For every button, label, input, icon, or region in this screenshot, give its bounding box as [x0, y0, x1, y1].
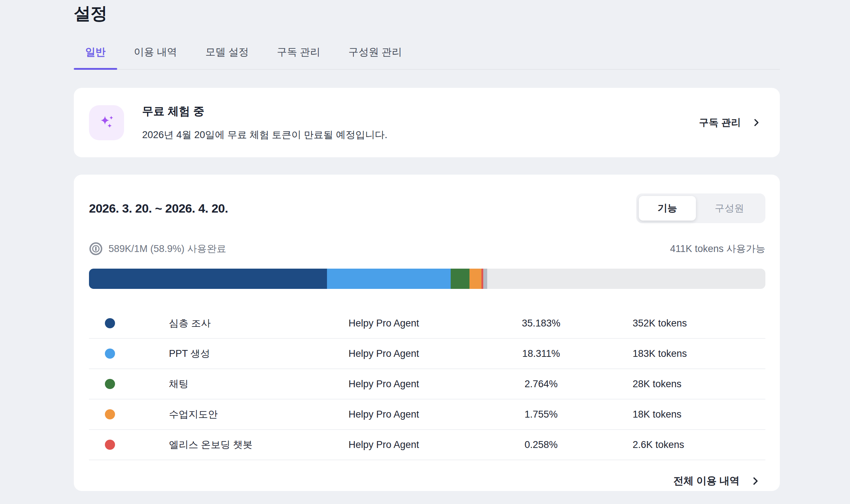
usage-percent: 1.755%: [462, 409, 621, 420]
agent-name: Helpy Pro Agent: [306, 348, 462, 359]
usage-header: 2026. 3. 20. ~ 2026. 4. 20. 기능 구성원: [89, 193, 765, 223]
usage-percent: 18.311%: [462, 348, 621, 359]
chevron-right-icon: [752, 118, 761, 127]
usage-bar-segment: [469, 269, 481, 289]
settings-page: 설정 일반이용 내역모델 설정구독 관리구성원 관리 무료 체험 중 2026년…: [74, 0, 780, 491]
chevron-right-icon: [751, 476, 760, 486]
legend-dot-cell: [89, 379, 169, 389]
usage-tokens: 28K tokens: [621, 379, 765, 390]
feature-name: 채팅: [169, 377, 306, 390]
sparkles-icon: [89, 105, 124, 140]
legend-dot-icon: [105, 409, 115, 419]
token-icon: [89, 242, 103, 256]
usage-percent: 2.764%: [462, 379, 621, 390]
usage-used-summary-wrap: 589K/1M (58.9%) 사용완료: [89, 242, 226, 256]
tab-members[interactable]: 구성원 관리: [337, 45, 413, 69]
usage-tokens: 183K tokens: [621, 348, 765, 359]
usage-row: 채팅Helpy Pro Agent2.764%28K tokens: [89, 369, 765, 400]
usage-card-footer: 전체 이용 내역: [89, 460, 765, 488]
toggle-option-features[interactable]: 기능: [639, 196, 696, 221]
subscription-manage-label: 구독 관리: [699, 116, 741, 129]
trial-title: 무료 체험 중: [142, 104, 387, 119]
usage-date-range: 2026. 3. 20. ~ 2026. 4. 20.: [89, 201, 228, 215]
tabs: 일반이용 내역모델 설정구독 관리구성원 관리: [74, 45, 780, 70]
usage-view-toggle: 기능 구성원: [636, 193, 765, 223]
agent-name: Helpy Pro Agent: [306, 379, 462, 390]
legend-dot-icon: [105, 318, 115, 328]
legend-dot-cell: [89, 440, 169, 450]
tab-general[interactable]: 일반: [74, 45, 117, 69]
agent-name: Helpy Pro Agent: [306, 439, 462, 450]
trial-banner-card: 무료 체험 중 2026년 4월 20일에 무료 체험 토큰이 만료될 예정입니…: [74, 88, 780, 157]
usage-card: 2026. 3. 20. ~ 2026. 4. 20. 기능 구성원 589K/…: [74, 175, 780, 491]
usage-tokens: 352K tokens: [621, 318, 765, 329]
usage-table: 심층 조사Helpy Pro Agent35.183%352K tokensPP…: [89, 308, 765, 460]
usage-tokens: 2.6K tokens: [621, 439, 765, 450]
usage-percent: 0.258%: [462, 439, 621, 450]
trial-text: 무료 체험 중 2026년 4월 20일에 무료 체험 토큰이 만료될 예정입니…: [142, 104, 387, 141]
tab-model-settings[interactable]: 모델 설정: [194, 45, 260, 69]
usage-percent: 35.183%: [462, 318, 621, 329]
trial-description: 2026년 4월 20일에 무료 체험 토큰이 만료될 예정입니다.: [142, 128, 387, 141]
usage-tokens: 18K tokens: [621, 409, 765, 420]
feature-name: 수업지도안: [169, 408, 306, 421]
legend-dot-cell: [89, 318, 169, 328]
usage-bar-segment: [483, 269, 488, 289]
subscription-manage-link[interactable]: 구독 관리: [699, 116, 761, 129]
usage-meta: 589K/1M (58.9%) 사용완료 411K tokens 사용가능: [89, 242, 765, 256]
legend-dot-icon: [105, 440, 115, 450]
toggle-option-members[interactable]: 구성원: [696, 196, 763, 221]
tab-subscription[interactable]: 구독 관리: [265, 45, 332, 69]
legend-dot-cell: [89, 349, 169, 359]
agent-name: Helpy Pro Agent: [306, 409, 462, 420]
page-title: 설정: [74, 0, 780, 25]
usage-bar-segment: [327, 269, 451, 289]
usage-row: 수업지도안Helpy Pro Agent1.755%18K tokens: [89, 400, 765, 430]
usage-bar: [89, 269, 765, 289]
legend-dot-icon: [105, 379, 115, 389]
legend-dot-icon: [105, 349, 115, 359]
feature-name: 심층 조사: [169, 317, 306, 330]
usage-bar-segment: [451, 269, 469, 289]
legend-dot-cell: [89, 409, 169, 419]
full-usage-history-link[interactable]: 전체 이용 내역: [673, 474, 760, 488]
usage-row: PPT 생성Helpy Pro Agent18.311%183K tokens: [89, 339, 765, 369]
usage-used-summary: 589K/1M (58.9%) 사용완료: [109, 242, 226, 255]
agent-name: Helpy Pro Agent: [306, 318, 462, 329]
usage-row: 심층 조사Helpy Pro Agent35.183%352K tokens: [89, 308, 765, 339]
usage-row: 엘리스 온보딩 챗봇Helpy Pro Agent0.258%2.6K toke…: [89, 430, 765, 460]
tab-usage-history[interactable]: 이용 내역: [122, 45, 189, 69]
usage-available-summary: 411K tokens 사용가능: [670, 242, 765, 255]
usage-bar-segment: [89, 269, 327, 289]
feature-name: 엘리스 온보딩 챗봇: [169, 438, 306, 451]
feature-name: PPT 생성: [169, 347, 306, 360]
full-usage-history-label: 전체 이용 내역: [673, 474, 740, 488]
